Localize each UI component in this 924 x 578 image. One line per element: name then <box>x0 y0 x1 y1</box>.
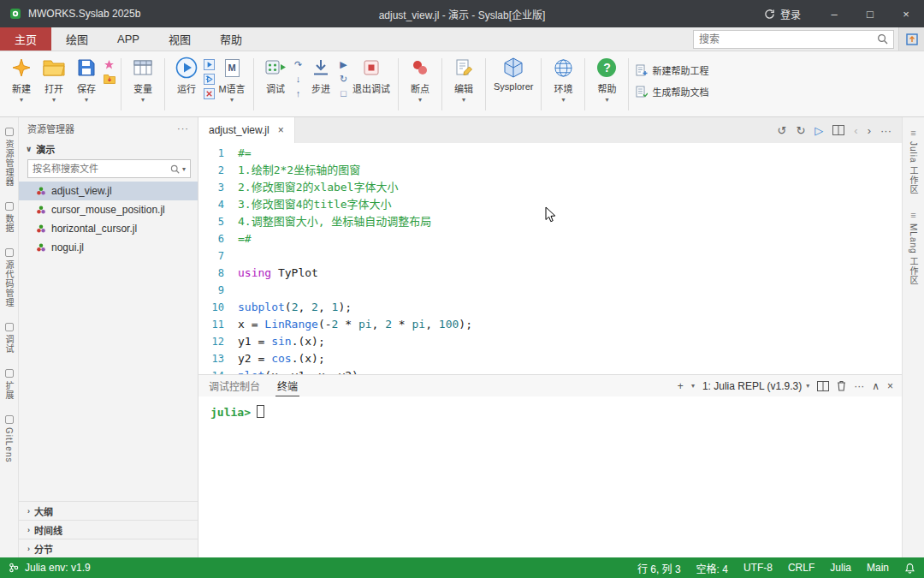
help-button[interactable]: ? 帮助 ▾ <box>590 54 623 104</box>
maximize-button[interactable]: □ <box>852 0 888 27</box>
code-line[interactable]: 1#= <box>198 145 902 162</box>
code-line[interactable]: 8using TyPlot <box>198 265 902 282</box>
navigate-forward-icon[interactable]: › <box>868 124 871 137</box>
save-button[interactable]: 保存 ▾ <box>70 54 103 104</box>
env-button[interactable]: 环境 ▾ <box>547 54 579 104</box>
redo-icon[interactable]: ↻ <box>796 124 805 137</box>
folder-section[interactable]: ∨ 演示 <box>19 140 198 158</box>
new-button[interactable]: 新建 ▾ <box>5 54 38 104</box>
notifications-icon[interactable] <box>904 563 915 574</box>
code-line[interactable]: 13y2 = cos.(x); <box>198 350 902 367</box>
run-file-icon[interactable]: ▷ <box>814 124 823 137</box>
activity-debug[interactable]: 调试 <box>3 323 15 354</box>
branch-status[interactable]: Main <box>867 562 889 574</box>
file-row-cursor-mouse-position[interactable]: cursor_mouse_position.jl <box>19 200 198 219</box>
editor-more-icon[interactable]: ··· <box>880 124 891 137</box>
activity-extensions[interactable]: 扩展 <box>3 369 15 400</box>
step-out-icon[interactable]: ↑ <box>292 87 305 100</box>
kill-terminal-icon[interactable] <box>837 380 846 391</box>
help-dropdown-icon[interactable]: ▾ <box>605 96 608 104</box>
file-search-input[interactable] <box>33 164 168 174</box>
file-row-adjust-view[interactable]: adjust_view.jl <box>19 182 198 200</box>
code-line[interactable]: 10subplot(2, 2, 1); <box>198 299 902 316</box>
language-status[interactable]: Julia <box>830 562 851 574</box>
restart-icon[interactable]: ↻ <box>337 73 350 86</box>
edit-button[interactable]: 编辑 ▾ <box>447 54 480 104</box>
julia-env-status[interactable]: Julia env: v1.9 <box>25 562 91 574</box>
ribbon-tab-home[interactable]: 主页 <box>0 27 51 51</box>
run-button[interactable]: 运行 <box>170 54 203 96</box>
activity-data[interactable]: 数据 <box>3 202 15 233</box>
explorer-more-icon[interactable]: ··· <box>177 123 189 134</box>
continue-icon[interactable]: ▶ <box>337 58 350 71</box>
close-button[interactable]: × <box>888 0 924 27</box>
import-data-icon[interactable] <box>103 73 116 86</box>
ribbon-tab-view[interactable]: 视图 <box>154 27 205 51</box>
activity-julia-workspace[interactable]: ≡ Julia 工作区 <box>907 128 920 194</box>
encoding-status[interactable]: UTF-8 <box>743 562 773 574</box>
step-over-icon[interactable]: ↷ <box>292 58 305 71</box>
activity-explorer[interactable]: 资源管理器 <box>3 128 15 187</box>
mlang-button[interactable]: M M语言 ▾ <box>216 54 248 104</box>
new-help-project-button[interactable]: 新建帮助工程 <box>636 63 708 77</box>
activity-source-control[interactable]: 源代码管理 <box>3 248 15 307</box>
tab-close-icon[interactable]: × <box>278 124 284 136</box>
panel-close-icon[interactable]: × <box>887 380 893 392</box>
step-into-icon[interactable]: ↓ <box>292 73 305 86</box>
save-dropdown-icon[interactable]: ▾ <box>85 96 88 104</box>
navigate-back-icon[interactable]: ‹ <box>854 124 857 137</box>
ribbon-toggle-button[interactable] <box>898 27 924 51</box>
new-terminal-dropdown-icon[interactable]: ▾ <box>691 382 695 390</box>
cursor-position-status[interactable]: 行 6, 列 3 <box>637 561 681 575</box>
activity-mlang-workspace[interactable]: ≡ MLang 工作区 <box>907 210 920 285</box>
code-line[interactable]: 21.绘制2*2坐标轴的图窗 <box>198 162 902 179</box>
new-dropdown-icon[interactable]: ▾ <box>20 96 23 104</box>
variables-dropdown-icon[interactable]: ▾ <box>141 96 145 104</box>
code-line[interactable]: 9 <box>198 282 902 299</box>
debug-button[interactable]: 调试 <box>259 54 292 96</box>
indentation-status[interactable]: 空格: 4 <box>696 561 728 575</box>
code-line[interactable]: 12y1 = sin.(x); <box>198 333 902 350</box>
file-search-icon[interactable] <box>170 164 180 174</box>
sysplorer-button[interactable]: Sysplorer <box>491 54 536 92</box>
eol-status[interactable]: CRLF <box>788 562 814 574</box>
code-line[interactable]: 6=# <box>198 230 902 247</box>
edit-dropdown-icon[interactable]: ▾ <box>462 96 465 104</box>
editor-tab-adjust-view[interactable]: adjust_view.jl × <box>198 117 295 143</box>
activity-gitlens[interactable]: GitLens <box>4 415 14 462</box>
ribbon-tab-help[interactable]: 帮助 <box>205 27 257 51</box>
file-row-horizontal-cursor[interactable]: horizontal_cursor.jl <box>19 219 198 238</box>
search-icon[interactable] <box>877 33 888 45</box>
sections-section[interactable]: › 分节 <box>19 539 198 557</box>
outline-section[interactable]: › 大纲 <box>19 501 198 520</box>
run-cancel-icon[interactable] <box>203 87 216 100</box>
timeline-section[interactable]: › 时间线 <box>19 520 198 539</box>
favorites-icon[interactable] <box>103 58 116 71</box>
minimize-button[interactable]: – <box>816 0 852 27</box>
panel-more-icon[interactable]: ··· <box>854 380 864 392</box>
ribbon-tab-plot[interactable]: 绘图 <box>51 27 103 51</box>
file-row-nogui[interactable]: nogui.jl <box>19 238 198 257</box>
panel-maximize-icon[interactable]: ∧ <box>872 380 880 392</box>
mlang-dropdown-icon[interactable]: ▾ <box>230 96 234 104</box>
step-button[interactable]: 步进 <box>305 54 337 96</box>
env-dropdown-icon[interactable]: ▾ <box>561 96 565 104</box>
breakpoint-button[interactable]: 断点 ▾ <box>404 54 436 104</box>
variables-button[interactable]: 变量 ▾ <box>127 54 159 104</box>
terminal-output[interactable]: julia> <box>198 396 902 557</box>
search-input[interactable] <box>699 33 874 45</box>
code-line[interactable]: 11x = LinRange(-2 * pi, 2 * pi, 100); <box>198 316 902 333</box>
tab-terminal[interactable]: 终端 <box>275 375 299 396</box>
code-line[interactable]: 14plot(x, y1, x, y2); <box>198 367 902 374</box>
file-search-dropdown-icon[interactable]: ▾ <box>182 165 186 173</box>
open-dropdown-icon[interactable]: ▾ <box>52 96 56 104</box>
run-to-line-icon[interactable] <box>203 73 216 86</box>
stop-icon[interactable]: □ <box>337 87 350 100</box>
undo-icon[interactable]: ↺ <box>778 124 787 137</box>
ribbon-tab-app[interactable]: APP <box>103 27 154 51</box>
code-line[interactable]: 7 <box>198 247 902 265</box>
exit-debug-button[interactable]: 退出调试 <box>350 54 393 96</box>
new-terminal-icon[interactable]: + <box>678 380 684 392</box>
split-terminal-icon[interactable] <box>817 381 829 391</box>
breakpoint-dropdown-icon[interactable]: ▾ <box>418 96 422 104</box>
